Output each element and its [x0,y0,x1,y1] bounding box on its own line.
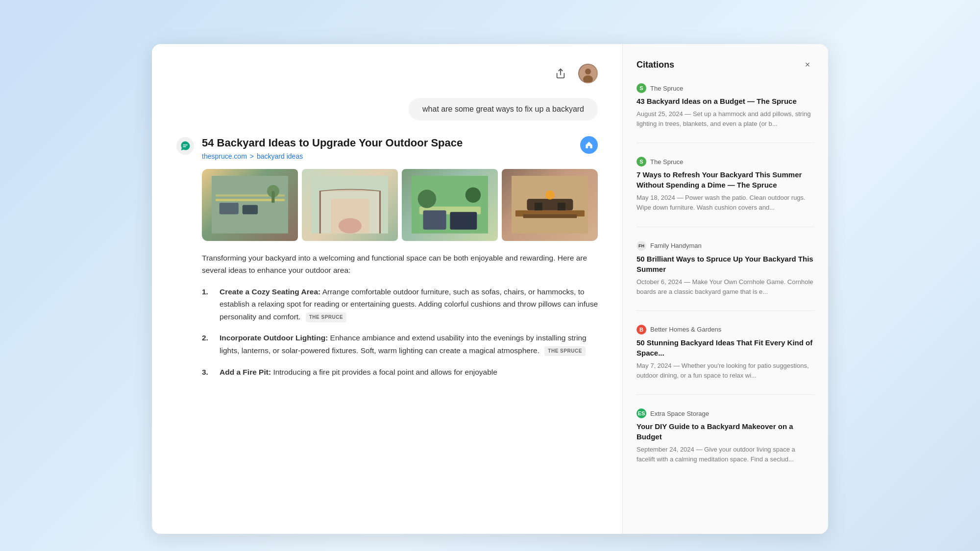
backyard-image-4[interactable] [502,169,598,241]
breadcrumb: thespruce.com > backyard ideas [202,152,598,160]
source-icon: S [637,157,646,167]
citation-title[interactable]: 50 Stunning Backyard Ideas That Fit Ever… [637,337,814,358]
images-row [202,169,598,241]
list-number-3: 3. [202,366,214,379]
svg-point-23 [465,188,480,203]
source-icon: S [637,83,646,93]
user-message: what are some great ways to fix up a bac… [409,98,598,120]
svg-rect-28 [535,203,542,211]
citation-source-row: ES Extra Space Storage [637,408,814,418]
svg-rect-20 [423,211,446,230]
source-icon: B [637,325,646,335]
list-item-3: 3. Add a Fire Pit: Introducing a fire pi… [202,366,598,379]
svg-rect-27 [527,199,573,211]
left-panel: what are some great ways to fix up a bac… [152,44,622,534]
source-badge-2[interactable]: THE SPRUCE [544,346,585,357]
share-button[interactable] [551,64,570,83]
backyard-image-3[interactable] [402,169,498,241]
citation-snippet: May 7, 2024 — Whether you're looking for… [637,361,814,381]
list-text-3: Introducing a fire pit provides a focal … [273,368,497,376]
source-name: Family Handyman [650,242,702,249]
source-name: Extra Space Storage [650,410,709,417]
svg-rect-7 [242,205,257,215]
list-number-1: 1. [202,286,214,323]
citation-item-2[interactable]: S The Spruce 7 Ways to Refresh Your Back… [637,157,814,227]
svg-rect-11 [271,192,274,203]
svg-rect-14 [319,192,320,234]
citation-item-3[interactable]: FH Family Handyman 50 Brilliant Ways to … [637,241,814,311]
citation-source-row: S The Spruce [637,157,814,167]
result-title: 54 Backyard Ideas to Upgrade Your Outdoo… [202,136,598,150]
citation-source-row: B Better Homes & Gardens [637,325,814,335]
close-button[interactable]: × [801,58,814,72]
source-name: The Spruce [650,85,683,92]
list-content-3: Add a Fire Pit: Introducing a fire pit p… [220,366,497,379]
citation-snippet: October 6, 2024 — Make Your Own Cornhole… [637,277,814,297]
list-number-2: 2. [202,332,214,357]
response-content: 54 Backyard Ideas to Upgrade Your Outdoo… [202,136,598,387]
source-icon: ES [637,408,646,418]
backyard-image-2[interactable] [302,169,398,241]
citation-title[interactable]: Your DIY Guide to a Backyard Makeover on… [637,421,814,442]
backyard-image-1[interactable] [202,169,298,241]
svg-point-2 [585,69,591,74]
source-badge-1[interactable]: THE SPRUCE [306,312,346,323]
list-content-1: Create a Cozy Seating Area: Arrange comf… [220,286,598,323]
svg-point-30 [545,191,555,200]
svg-rect-15 [379,192,381,234]
citation-snippet: September 24, 2024 — Give your outdoor l… [637,445,814,464]
intro-text: Transforming your backyard into a welcom… [202,252,598,277]
list-item-1: 1. Create a Cozy Seating Area: Arrange c… [202,286,598,323]
citation-item-5[interactable]: ES Extra Space Storage Your DIY Guide to… [637,408,814,478]
list-content-2: Incorporate Outdoor Lighting: Enhance am… [220,332,598,357]
list-bold-3: Add a Fire Pit: [220,368,271,376]
citation-snippet: May 18, 2024 — Power wash the patio. Cle… [637,193,814,213]
list-item-2: 2. Incorporate Outdoor Lighting: Enhance… [202,332,598,357]
citation-title[interactable]: 43 Backyard Ideas on a Budget — The Spru… [637,96,814,106]
citation-item-4[interactable]: B Better Homes & Gardens 50 Stunning Bac… [637,325,814,395]
breadcrumb-site[interactable]: thespruce.com [202,152,247,160]
breadcrumb-arrow: > [250,152,254,160]
bookmark-button[interactable] [580,136,598,154]
source-icon: FH [637,241,646,251]
list-section: 1. Create a Cozy Seating Area: Arrange c… [202,286,598,378]
citation-source-row: S The Spruce [637,83,814,93]
citations-title: Citations [637,60,674,70]
citation-title[interactable]: 50 Brilliant Ways to Spruce Up Your Back… [637,254,814,274]
svg-point-22 [417,190,436,209]
citation-item-1[interactable]: S The Spruce 43 Backyard Ideas on a Budg… [637,83,814,143]
svg-rect-26 [523,215,577,218]
source-name: The Spruce [650,158,683,166]
avatar [578,64,598,83]
chatgpt-icon [176,137,194,155]
citation-title[interactable]: 7 Ways to Refresh Your Backyard This Sum… [637,169,814,190]
citations-header: Citations × [637,58,814,72]
main-container: what are some great ways to fix up a bac… [152,44,828,534]
response-section: 54 Backyard Ideas to Upgrade Your Outdoo… [176,136,598,387]
svg-point-17 [338,218,361,234]
list-bold-2: Incorporate Outdoor Lighting: [220,334,328,342]
citation-snippet: August 25, 2024 — Set up a hammock and a… [637,109,814,129]
citation-source-row: FH Family Handyman [637,241,814,251]
breadcrumb-path[interactable]: backyard ideas [257,152,303,160]
list-bold-1: Create a Cozy Seating Area: [220,287,320,296]
citations-panel: Citations × S The Spruce 43 Backyard Ide… [622,44,828,534]
svg-rect-6 [219,203,238,215]
svg-rect-21 [450,212,477,230]
source-name: Better Homes & Gardens [650,326,721,333]
svg-rect-29 [558,203,565,211]
top-bar [176,64,598,83]
citations-list: S The Spruce 43 Backyard Ideas on a Budg… [637,83,814,478]
